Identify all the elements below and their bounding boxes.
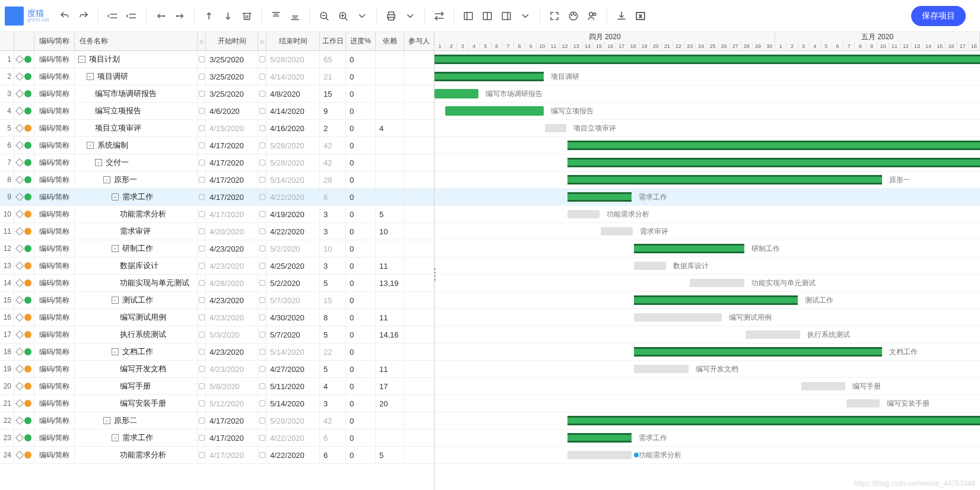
people-cell[interactable] <box>404 85 434 102</box>
end-cell[interactable]: 4/19/2020 <box>267 206 320 222</box>
code-cell[interactable]: 编码/简称 <box>34 378 75 394</box>
checkbox-icon[interactable] <box>259 435 265 441</box>
checkbox-icon[interactable] <box>199 280 205 286</box>
checkbox-icon[interactable] <box>199 349 205 355</box>
deps-cell[interactable] <box>376 429 404 446</box>
move-down-icon[interactable] <box>220 8 236 24</box>
code-cell[interactable]: 编码/简称 <box>34 343 75 360</box>
gantt-bar[interactable] <box>634 365 689 373</box>
days-cell[interactable]: 15 <box>320 292 346 308</box>
col-code[interactable]: 编码/简称 <box>34 32 75 50</box>
undo-icon[interactable] <box>56 8 73 24</box>
progress-cell[interactable]: 0 <box>346 447 376 463</box>
checkbox-icon[interactable] <box>259 418 265 424</box>
checkbox-icon[interactable] <box>199 314 205 320</box>
deps-cell[interactable] <box>376 51 404 68</box>
checkbox-icon[interactable] <box>259 108 265 114</box>
checkbox-icon[interactable] <box>259 246 265 252</box>
gantt-row[interactable] <box>435 412 980 429</box>
code-cell[interactable]: 编码/简称 <box>34 412 75 429</box>
people-cell[interactable] <box>404 154 434 171</box>
end-cell[interactable]: 5/2/2020 <box>267 275 320 291</box>
days-cell[interactable]: 15 <box>320 85 346 102</box>
table-row[interactable]: 21编码/简称编写安装手册5/12/20205/14/20203020 <box>0 395 434 412</box>
checkbox-icon[interactable] <box>199 142 205 148</box>
name-cell[interactable]: 编写安装手册 <box>75 395 198 412</box>
checkbox-icon[interactable] <box>199 125 205 131</box>
gantt-bar[interactable] <box>634 262 666 270</box>
end-cell[interactable]: 4/16/2020 <box>267 120 320 136</box>
people-cell[interactable] <box>404 309 434 326</box>
checkbox-icon[interactable] <box>259 211 265 217</box>
table-row[interactable]: 17编码/简称执行系统测试5/3/20205/7/20205014,16 <box>0 326 434 343</box>
progress-cell[interactable]: 0 <box>346 68 376 85</box>
gantt-bar[interactable] <box>690 279 744 287</box>
delete-icon[interactable] <box>239 8 255 24</box>
edit-icon[interactable] <box>15 330 24 339</box>
code-cell[interactable]: 编码/简称 <box>34 395 75 412</box>
toggle-icon[interactable]: - <box>87 73 94 80</box>
edit-icon[interactable] <box>15 55 24 63</box>
start-cell[interactable]: 4/23/2020 <box>206 292 258 308</box>
start-cell[interactable]: 4/17/2020 <box>206 171 258 188</box>
deps-cell[interactable] <box>376 137 404 154</box>
end-cell[interactable]: 4/25/2020 <box>267 257 320 274</box>
people-cell[interactable] <box>404 223 434 240</box>
table-row[interactable]: 9编码/简称-需求工作4/17/20204/22/202060 <box>0 189 434 206</box>
gantt-bar[interactable] <box>435 89 478 98</box>
gantt-bar[interactable] <box>601 227 633 236</box>
edit-icon[interactable] <box>15 244 24 253</box>
gantt-row[interactable]: 编写安装手册 <box>435 395 980 412</box>
edit-icon[interactable] <box>15 90 24 98</box>
people-cell[interactable] <box>404 257 434 274</box>
days-cell[interactable]: 42 <box>320 137 346 154</box>
edit-icon[interactable] <box>15 124 24 132</box>
gantt-row[interactable]: 功能需求分析 <box>435 447 980 464</box>
name-cell[interactable]: 功能实现与单元测试 <box>75 275 198 291</box>
days-cell[interactable]: 8 <box>320 309 346 326</box>
deps-cell[interactable]: 5 <box>376 447 404 463</box>
edit-icon[interactable] <box>15 210 24 218</box>
name-cell[interactable]: 编写立项报告 <box>75 103 198 119</box>
checkbox-icon[interactable] <box>259 177 265 183</box>
progress-cell[interactable]: 0 <box>346 361 376 377</box>
start-cell[interactable]: 4/23/2020 <box>206 309 258 326</box>
code-cell[interactable]: 编码/简称 <box>34 51 75 68</box>
edit-icon[interactable] <box>15 296 24 304</box>
checkbox-icon[interactable] <box>259 366 265 372</box>
checkbox-icon[interactable] <box>259 228 265 234</box>
checkbox-icon[interactable] <box>199 177 205 183</box>
deps-cell[interactable]: 11 <box>376 309 404 326</box>
deps-cell[interactable]: 11 <box>376 257 404 274</box>
link-right-icon[interactable] <box>172 8 188 24</box>
deps-cell[interactable] <box>376 412 404 429</box>
code-cell[interactable]: 编码/简称 <box>34 171 75 188</box>
start-cell[interactable]: 4/15/2020 <box>206 120 258 136</box>
gantt-bar[interactable] <box>634 313 722 322</box>
deps-cell[interactable] <box>376 85 404 102</box>
deps-cell[interactable] <box>376 171 404 188</box>
name-cell[interactable]: -项目计划 <box>75 51 198 68</box>
start-cell[interactable]: 4/23/2020 <box>206 240 258 257</box>
days-cell[interactable]: 21 <box>320 68 346 85</box>
layout-left-icon[interactable] <box>460 8 477 24</box>
code-cell[interactable]: 编码/简称 <box>34 137 75 154</box>
code-cell[interactable]: 编码/简称 <box>34 120 75 136</box>
checkbox-icon[interactable] <box>199 56 205 62</box>
gantt-bar[interactable] <box>746 330 800 339</box>
redo-icon[interactable] <box>75 8 92 24</box>
checkbox-icon[interactable] <box>259 194 265 200</box>
dropdown-icon[interactable] <box>402 8 418 24</box>
name-cell[interactable]: 编写测试用例 <box>75 309 198 326</box>
progress-cell[interactable]: 0 <box>346 154 376 171</box>
gantt-row[interactable]: 项目调研 <box>435 68 980 85</box>
code-cell[interactable]: 编码/简称 <box>34 309 75 326</box>
end-cell[interactable]: 5/14/2020 <box>267 343 320 360</box>
dropdown-icon[interactable] <box>354 8 370 24</box>
start-cell[interactable]: 4/17/2020 <box>206 429 258 446</box>
end-cell[interactable]: 4/14/2020 <box>267 103 320 119</box>
save-button[interactable]: 保存项目 <box>911 6 966 26</box>
deps-cell[interactable]: 20 <box>376 395 404 412</box>
end-cell[interactable]: 4/27/2020 <box>267 361 320 377</box>
code-cell[interactable]: 编码/简称 <box>34 326 75 343</box>
